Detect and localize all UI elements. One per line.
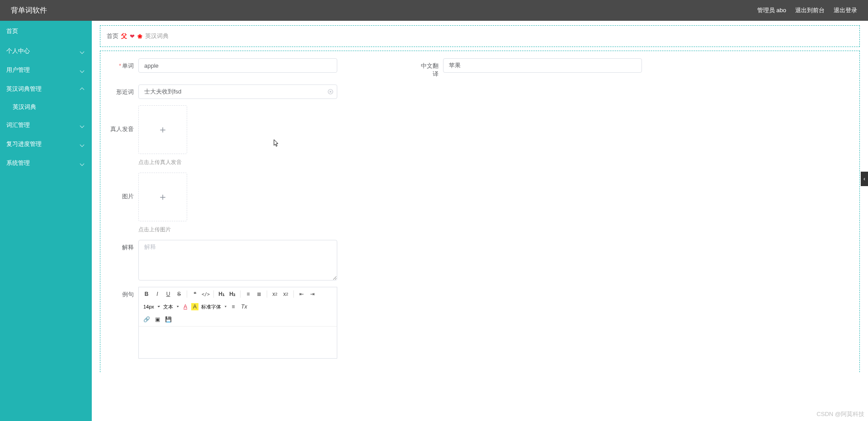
header-select[interactable]: 文本 [161,302,179,312]
audio-upload-hint: 点击上传真人发音 [138,159,187,166]
sidebar-item-vocab[interactable]: 词汇管理 [0,116,92,135]
text-color-button[interactable]: A [180,302,190,312]
breadcrumb-current: 英汉词典 [145,32,169,40]
chevron-down-icon [80,48,85,55]
sidebar-subitem-dict[interactable]: 英汉词典 [0,98,92,116]
ul-button[interactable]: ≣ [254,289,264,299]
word-label: 单词 [108,58,134,70]
sidebar-item-label: 复习进度管理 [6,140,42,148]
example-label: 例句 [108,287,134,299]
sidebar-item-label: 个人中心 [6,47,30,55]
sidebar: 首页 个人中心 用户管理 英汉词典管理 英汉词典 词汇管理 复习进度管理 系统管… [0,21,92,421]
separator [240,290,241,298]
outdent-button[interactable]: ⇤ [297,289,307,299]
sidebar-home[interactable]: 首页 [0,21,92,42]
rich-editor: B I U S ❝ </> H₁ H₂ ≡ ≣ [138,287,337,359]
separator [267,290,267,298]
clear-icon[interactable] [327,89,334,95]
editor-toolbar: B I U S ❝ </> H₁ H₂ ≡ ≣ [139,287,337,327]
align-button[interactable]: ≡ [228,302,238,312]
image-label: 图片 [108,173,134,201]
video-button[interactable]: 💾 [163,314,173,324]
header-logout-link[interactable]: 退出登录 [834,6,857,14]
breadcrumb-sep-icon: 父 [121,32,127,40]
header-front-link[interactable]: 退出到前台 [795,6,825,14]
code-button[interactable]: </> [201,289,211,299]
sidebar-item-label: 词汇管理 [6,121,30,129]
quote-button[interactable]: ❝ [190,289,200,299]
image-upload[interactable]: ＋ [138,173,187,221]
header-admin-link[interactable]: 管理员 abo [757,6,786,14]
italic-button[interactable]: I [152,289,162,299]
similar-label: 形近词 [108,84,134,96]
h2-button[interactable]: H₂ [227,289,237,299]
explain-textarea[interactable] [138,240,337,281]
indent-button[interactable]: ⇥ [307,289,317,299]
ol-button[interactable]: ≡ [243,289,253,299]
audio-upload[interactable]: ＋ [138,105,187,154]
h1-button[interactable]: H₁ [217,289,226,299]
sidebar-item-label: 用户管理 [6,66,30,74]
drawer-toggle[interactable]: ‹ [861,172,868,186]
chevron-up-icon [80,86,85,93]
underline-button[interactable]: U [163,289,173,299]
chevron-down-icon [80,160,85,167]
similar-input[interactable] [138,84,337,99]
translation-input[interactable] [443,58,642,73]
chevron-down-icon [80,141,85,148]
font-size-select[interactable]: 14px [142,302,160,312]
sidebar-item-users[interactable]: 用户管理 [0,61,92,80]
sidebar-item-dict[interactable]: 英汉词典管理 [0,80,92,98]
breadcrumb: 首页 父❤❀ 英汉词典 [100,25,860,47]
sidebar-item-profile[interactable]: 个人中心 [0,42,92,61]
chevron-down-icon [80,67,85,74]
app-title: 背单词软件 [11,6,47,15]
main-content: 首页 父❤❀ 英汉词典 单词 中文翻译 形近词 [92,21,868,421]
heart-icon: ❤ [130,33,135,40]
link-button[interactable]: 🔗 [142,314,151,324]
image-button[interactable]: ▣ [152,314,162,324]
separator [213,290,214,298]
plus-icon: ＋ [158,123,168,136]
breadcrumb-home[interactable]: 首页 [107,32,118,40]
sidebar-item-review[interactable]: 复习进度管理 [0,135,92,154]
separator [187,290,187,298]
chevron-left-icon: ‹ [863,176,865,182]
sidebar-item-system[interactable]: 系统管理 [0,154,92,173]
sidebar-item-label: 系统管理 [6,159,30,167]
font-family-select[interactable]: 标准字体 [199,302,227,312]
explain-label: 解释 [108,240,134,252]
strike-button[interactable]: S [174,289,184,299]
bold-button[interactable]: B [142,289,151,299]
clean-button[interactable]: Tx [239,302,249,312]
chevron-down-icon [80,122,85,129]
subscript-button[interactable]: x2 [270,289,280,299]
word-input[interactable] [138,58,337,73]
superscript-button[interactable]: x2 [281,289,291,299]
editor-content[interactable] [139,327,337,358]
bg-color-button[interactable]: A [191,303,198,310]
audio-label: 真人发音 [108,105,134,133]
watermark: CSDN @阿莫科技 [816,410,864,418]
translation-label: 中文翻译 [416,58,439,78]
flower-icon: ❀ [137,33,142,40]
sidebar-item-label: 英汉词典管理 [6,85,42,93]
plus-icon: ＋ [158,190,168,204]
separator [293,290,294,298]
image-upload-hint: 点击上传图片 [138,226,187,234]
